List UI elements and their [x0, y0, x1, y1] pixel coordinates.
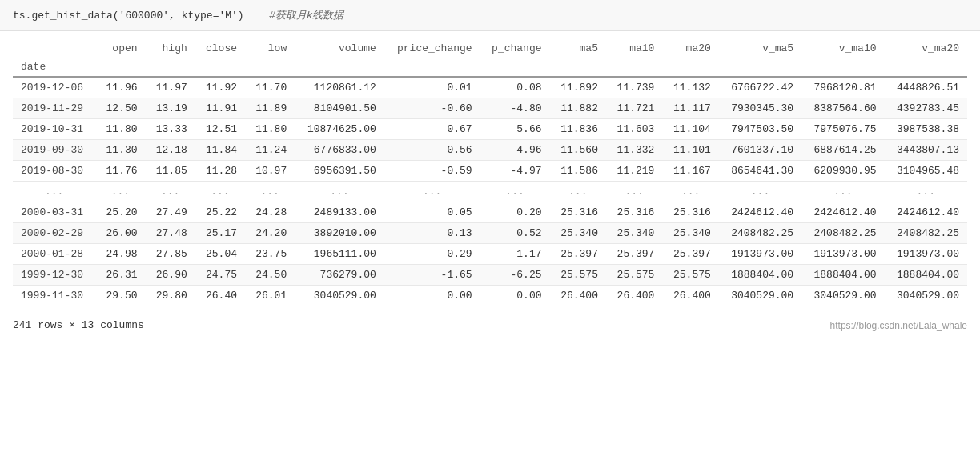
- th-empty: [13, 39, 95, 58]
- th-spacer-1: [146, 58, 195, 77]
- cell-volume: 2489133.00: [295, 202, 384, 223]
- cell-p_change: 0.52: [480, 223, 550, 244]
- ellipsis-cell: ...: [606, 182, 662, 202]
- ellipsis-cell: ...: [245, 182, 295, 202]
- cell-price_change: -0.60: [384, 98, 480, 119]
- th-v-ma10: v_ma10: [801, 39, 884, 58]
- cell-open: 11.80: [95, 119, 145, 140]
- cell-p_change: -6.25: [480, 265, 550, 286]
- cell-low: 11.80: [245, 119, 295, 140]
- cell-v_ma5: 1913973.00: [719, 244, 801, 265]
- cell-high: 27.85: [146, 244, 195, 265]
- cell-volume: 8104901.50: [295, 98, 384, 119]
- ellipsis-cell: ...: [480, 182, 550, 202]
- cell-ma5: 25.316: [550, 202, 606, 223]
- cell-open: 26.00: [95, 223, 145, 244]
- cell-ma10: 25.575: [606, 265, 662, 286]
- cell-p_change: 1.17: [480, 244, 550, 265]
- cell-close: 25.22: [195, 202, 245, 223]
- cell-close: 11.84: [195, 140, 245, 161]
- th-ma5: ma5: [550, 39, 606, 58]
- cell-price_change: 0.13: [384, 223, 480, 244]
- cell-ma10: 26.400: [606, 286, 662, 306]
- cell-v_ma5: 2424612.40: [719, 202, 801, 223]
- cell-price_change: 0.05: [384, 202, 480, 223]
- cell-ma10: 11.603: [606, 119, 662, 140]
- cell-v_ma20: 1913973.00: [885, 244, 967, 265]
- table-wrapper: open high close low volume price_change …: [0, 31, 980, 306]
- cell-high: 13.33: [146, 119, 195, 140]
- cell-high: 12.18: [146, 140, 195, 161]
- cell-price_change: -1.65: [384, 265, 480, 286]
- code-header: ts.get_hist_data('600000', ktype='M') #获…: [0, 0, 980, 31]
- table-row: 2000-03-3125.2027.4925.2224.282489133.00…: [13, 202, 967, 223]
- cell-v_ma10: 6887614.25: [801, 140, 884, 161]
- cell-v_ma10: 3040529.00: [801, 286, 884, 306]
- table-row: 2019-12-0611.9611.9711.9211.701120861.12…: [13, 77, 967, 98]
- cell-open: 26.31: [95, 265, 145, 286]
- cell-ma10: 11.721: [606, 98, 662, 119]
- cell-open: 12.50: [95, 98, 145, 119]
- cell-ma20: 11.132: [662, 77, 718, 98]
- cell-ma5: 11.560: [550, 140, 606, 161]
- th-spacer-5: [384, 58, 480, 77]
- cell-date: 2019-10-31: [13, 119, 95, 140]
- cell-ma10: 11.332: [606, 140, 662, 161]
- cell-ma20: 25.340: [662, 223, 718, 244]
- ellipsis-cell: ...: [95, 182, 145, 202]
- cell-ma5: 11.836: [550, 119, 606, 140]
- cell-date: 2000-01-28: [13, 244, 95, 265]
- cell-v_ma10: 2424612.40: [801, 202, 884, 223]
- cell-ma5: 11.882: [550, 98, 606, 119]
- cell-volume: 3892010.00: [295, 223, 384, 244]
- ellipsis-cell: ...: [719, 182, 801, 202]
- cell-v_ma5: 7947503.50: [719, 119, 801, 140]
- cell-high: 11.97: [146, 77, 195, 98]
- cell-close: 25.17: [195, 223, 245, 244]
- cell-v_ma5: 6766722.42: [719, 77, 801, 98]
- cell-v_ma20: 3104965.48: [885, 161, 967, 182]
- cell-ma10: 11.739: [606, 77, 662, 98]
- cell-v_ma20: 1888404.00: [885, 265, 967, 286]
- cell-date: 2019-08-30: [13, 161, 95, 182]
- cell-low: 24.50: [245, 265, 295, 286]
- th-spacer-2: [195, 58, 245, 77]
- cell-p_change: 0.08: [480, 77, 550, 98]
- ellipsis-cell: ...: [195, 182, 245, 202]
- cell-price_change: -0.59: [384, 161, 480, 182]
- cell-date: 2000-02-29: [13, 223, 95, 244]
- cell-high: 26.90: [146, 265, 195, 286]
- cell-ma10: 11.219: [606, 161, 662, 182]
- cell-v_ma5: 1888404.00: [719, 265, 801, 286]
- cell-date: 2000-03-31: [13, 202, 95, 223]
- cell-volume: 1120861.12: [295, 77, 384, 98]
- cell-v_ma20: 3443807.13: [885, 140, 967, 161]
- cell-p_change: -4.80: [480, 98, 550, 119]
- cell-high: 11.85: [146, 161, 195, 182]
- cell-v_ma5: 7601337.10: [719, 140, 801, 161]
- th-v-ma20: v_ma20: [885, 39, 967, 58]
- cell-ma20: 11.117: [662, 98, 718, 119]
- cell-p_change: 0.00: [480, 286, 550, 306]
- th-spacer-4: [295, 58, 384, 77]
- cell-p_change: 5.66: [480, 119, 550, 140]
- cell-open: 25.20: [95, 202, 145, 223]
- cell-open: 11.96: [95, 77, 145, 98]
- th-spacer-12: [885, 58, 967, 77]
- cell-price_change: 0.56: [384, 140, 480, 161]
- cell-date: 2019-12-06: [13, 77, 95, 98]
- th-high: high: [146, 39, 195, 58]
- cell-v_ma20: 3987538.38: [885, 119, 967, 140]
- th-spacer-0: [95, 58, 145, 77]
- cell-ma5: 11.892: [550, 77, 606, 98]
- ellipsis-cell: ...: [885, 182, 967, 202]
- th-spacer-9: [662, 58, 718, 77]
- cell-v_ma20: 2408482.25: [885, 223, 967, 244]
- th-open: open: [95, 39, 145, 58]
- row-count: 241 rows × 13 columns: [13, 319, 144, 331]
- table-row: 2000-01-2824.9827.8525.0423.751965111.00…: [13, 244, 967, 265]
- cell-ma5: 25.340: [550, 223, 606, 244]
- cell-price_change: 0.00: [384, 286, 480, 306]
- cell-v_ma10: 7975076.75: [801, 119, 884, 140]
- cell-v_ma20: 4448826.51: [885, 77, 967, 98]
